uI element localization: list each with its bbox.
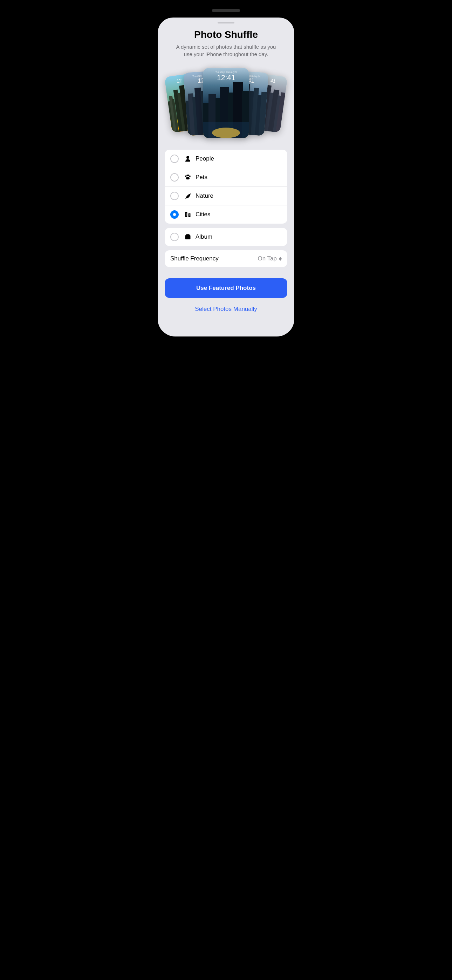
- building-icon: [184, 210, 192, 219]
- shuffle-frequency-text: On Tap: [258, 255, 277, 262]
- chevron-down: [279, 259, 282, 261]
- select-photos-manually-button[interactable]: Select Photos Manually: [165, 303, 287, 315]
- option-item-album[interactable]: Album: [165, 228, 287, 246]
- bottom-actions: Use Featured Photos Select Photos Manual…: [165, 278, 287, 323]
- chevron-updown-icon: [279, 257, 282, 261]
- preview-container: 12: [165, 66, 287, 140]
- use-featured-photos-button[interactable]: Use Featured Photos: [165, 278, 287, 298]
- option-label-pets: Pets: [196, 174, 207, 181]
- phone-screen: Photo Shuffle A dynamic set of photos th…: [158, 18, 294, 336]
- card-inner-center: Tuesday, January 9 12:41: [203, 68, 249, 138]
- option-item-pets[interactable]: Pets: [165, 168, 287, 187]
- page-title: Photo Shuffle: [165, 29, 287, 40]
- svg-point-48: [185, 176, 186, 177]
- svg-rect-54: [186, 213, 186, 214]
- drag-handle-bar: [218, 22, 234, 24]
- card-date-center: Tuesday, January 9: [203, 71, 249, 73]
- svg-rect-59: [187, 216, 187, 216]
- phone-wrapper: Photo Shuffle A dynamic set of photos th…: [158, 0, 294, 336]
- leaf-icon: [184, 192, 192, 200]
- preview-card-center: Tuesday, January 9 12:41: [203, 68, 249, 138]
- radio-album[interactable]: [170, 233, 179, 241]
- radio-nature[interactable]: [170, 192, 179, 200]
- radio-cities[interactable]: [170, 210, 179, 219]
- stack-icon: [184, 233, 192, 241]
- option-label-album: Album: [196, 234, 212, 240]
- svg-rect-60: [189, 214, 189, 215]
- svg-rect-55: [187, 213, 187, 214]
- option-label-nature: Nature: [196, 192, 213, 199]
- option-item-cities[interactable]: Cities: [165, 205, 287, 224]
- phone-top-bar: [158, 0, 294, 18]
- shuffle-frequency-value[interactable]: On Tap: [258, 255, 282, 262]
- card-time-center: 12:41: [203, 73, 249, 83]
- shuffle-frequency-label: Shuffle Frequency: [170, 255, 219, 262]
- svg-rect-57: [187, 214, 187, 215]
- svg-rect-56: [186, 214, 186, 215]
- paw-icon: [184, 173, 192, 181]
- svg-rect-62: [189, 216, 189, 216]
- album-option-group: Album: [165, 228, 287, 246]
- main-content: Photo Shuffle A dynamic set of photos th…: [158, 29, 294, 336]
- svg-rect-65: [186, 234, 190, 235]
- person-icon: [184, 154, 192, 163]
- card-overlay-center: Tuesday, January 9 12:41: [203, 71, 249, 83]
- option-label-people: People: [196, 155, 214, 162]
- svg-rect-53: [188, 213, 191, 217]
- svg-point-30: [212, 127, 240, 138]
- radio-people[interactable]: [170, 154, 179, 163]
- shuffle-frequency-row[interactable]: Shuffle Frequency On Tap: [165, 250, 287, 267]
- svg-point-50: [188, 175, 189, 176]
- option-item-nature[interactable]: Nature: [165, 187, 287, 205]
- category-option-group: People Pets: [165, 150, 287, 224]
- svg-rect-63: [190, 216, 190, 216]
- radio-pets[interactable]: [170, 173, 179, 181]
- option-label-cities: Cities: [196, 211, 210, 218]
- drag-handle: [158, 18, 294, 26]
- option-item-people[interactable]: People: [165, 150, 287, 168]
- svg-rect-64: [185, 235, 191, 239]
- svg-rect-58: [186, 216, 186, 216]
- svg-point-51: [189, 176, 191, 177]
- svg-rect-61: [190, 214, 190, 215]
- chevron-up: [279, 257, 282, 259]
- page-subtitle: A dynamic set of photos that shuffle as …: [165, 43, 287, 58]
- phone-pill: [212, 9, 240, 12]
- svg-rect-66: [186, 234, 189, 235]
